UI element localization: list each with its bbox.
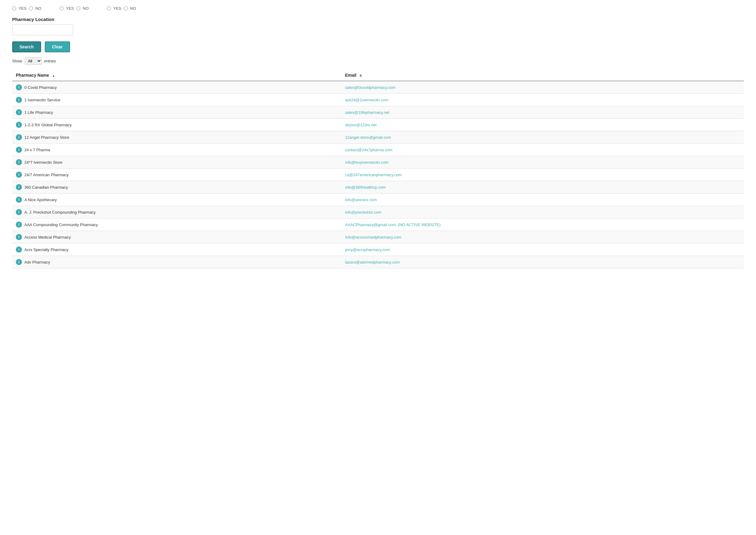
col-header-email[interactable]: Email ⇅ (342, 70, 744, 81)
pharmacy-name-cell: iAcrx Specialty Pharmacy (12, 243, 342, 256)
table-row: i24/7 American Pharmacycs@247americanpha… (12, 169, 744, 181)
pharmacy-table: Pharmacy Name ▲ Email ⇅ i0 Covid Pharmac… (12, 70, 744, 268)
pharmacy-email-cell: contact@24x7pharma.com (342, 144, 744, 156)
pharmacy-email-link[interactable]: info@anicerx.com (345, 198, 377, 202)
radio-yes-3[interactable] (107, 6, 111, 10)
pharmacy-email-cell: sales@0covidpharmacy.com (342, 81, 744, 94)
radio-yes-label-2: YES (66, 6, 74, 11)
pharmacy-name-cell: i1 Life Pharmacy (12, 106, 342, 119)
radio-no-2[interactable] (76, 6, 80, 10)
info-icon[interactable]: i (16, 259, 22, 265)
radio-no-3[interactable] (124, 6, 128, 10)
table-row: i1-2-3 RX Global Pharmacydoctor@123rx.ne… (12, 119, 744, 131)
pharmacy-email-link[interactable]: sales@0covidpharmacy.com (345, 85, 395, 90)
radio-yes-2[interactable] (60, 6, 64, 10)
entries-select[interactable]: All 10 25 50 100 (25, 57, 42, 65)
pharmacy-email-cell: ask24@1ivermectin.com (342, 94, 744, 106)
col-header-name[interactable]: Pharmacy Name ▲ (12, 70, 342, 81)
radio-group-2: YES NO (60, 6, 89, 11)
table-row: iAAA Compounding Community PharmacyAAACP… (12, 218, 744, 231)
radio-yes-label-1: YES (18, 6, 26, 11)
pharmacy-cell: iAccess Medical Pharmacy (16, 234, 338, 240)
pharmacy-cell: i1-2-3 RX Global Pharmacy (16, 122, 338, 128)
search-button[interactable]: Search (12, 42, 41, 52)
pharmacy-name-cell: iA. J. Preckshot Compounding Pharmacy (12, 206, 342, 218)
clear-button[interactable]: Clear (45, 42, 70, 52)
pharmacy-location-label: Pharmacy Location (12, 17, 744, 22)
table-row: i1 Ivermectin Serviceask24@1ivermectin.c… (12, 94, 744, 106)
pharmacy-email-link[interactable]: info@360healthcp.com (345, 185, 386, 190)
pharmacy-cell: i24 x 7 Pharma (16, 147, 338, 153)
table-body: i0 Covid Pharmacysales@0covidpharmacy.co… (12, 81, 744, 268)
pharmacy-name-text: 24*7 Ivermectin Store (24, 160, 62, 165)
pharmacy-name-text: AAA Compounding Community Pharmacy (24, 222, 98, 227)
radio-group-3: YES NO (107, 6, 136, 11)
table-header-row: Pharmacy Name ▲ Email ⇅ (12, 70, 744, 81)
table-row: i24 x 7 Pharmacontact@24x7pharma.com (12, 144, 744, 156)
pharmacy-name-cell: iA Nice Apothecary (12, 194, 342, 206)
table-row: i12 Angel Pharmacy Store12angel.store@gm… (12, 131, 744, 144)
info-icon[interactable]: i (16, 122, 22, 128)
info-icon[interactable]: i (16, 222, 22, 228)
sort-email-icon: ⇅ (359, 74, 362, 77)
pharmacy-name-text: 1 Ivermectin Service (24, 98, 60, 102)
pharmacy-email-link[interactable]: info@buyivermectin.com (345, 160, 389, 165)
pharmacy-name-text: 24/7 American Pharmacy (24, 173, 69, 177)
show-entries-row: Show All 10 25 50 100 entries (12, 57, 744, 65)
info-icon[interactable]: i (16, 134, 22, 140)
pharmacy-email-cell: lazaro@advmedpharmacy.com (342, 256, 744, 268)
info-icon[interactable]: i (16, 234, 22, 240)
info-icon[interactable]: i (16, 246, 22, 253)
info-icon[interactable]: i (16, 197, 22, 203)
info-icon[interactable]: i (16, 159, 22, 165)
pharmacy-email-link[interactable]: cs@247americanpharmacy.com (345, 173, 402, 177)
col-email-label: Email (345, 73, 356, 78)
info-icon[interactable]: i (16, 109, 22, 115)
pharmacy-email-link[interactable]: info@preckshot.com (345, 210, 381, 214)
pharmacy-name-cell: iAAA Compounding Community Pharmacy (12, 218, 342, 231)
pharmacy-name-cell: iAdv Pharmacy (12, 256, 342, 268)
pharmacy-email-cell: AAACPharmacy@gmail.com, (NO ACTIVE WEBSI… (342, 218, 744, 231)
pharmacy-name-text: 0 Covid Pharmacy (24, 85, 57, 90)
table-row: iAcrx Specialty Pharmacyjerry@acrxpharma… (12, 243, 744, 256)
radio-no-label-1: NO (35, 6, 42, 11)
pharmacy-name-text: 12 Angel Pharmacy Store (24, 135, 69, 140)
entries-label: entries (44, 59, 56, 63)
pharmacy-location-input[interactable] (12, 24, 73, 35)
pharmacy-name-cell: i12 Angel Pharmacy Store (12, 131, 342, 144)
pharmacy-name-text: 1 Life Pharmacy (24, 110, 53, 115)
pharmacy-cell: iAAA Compounding Community Pharmacy (16, 222, 338, 228)
pharmacy-email-link[interactable]: 12angel.store@gmail.com (345, 135, 391, 140)
table-row: i1 Life Pharmacysales@1lifepharmacy.net (12, 106, 744, 119)
pharmacy-cell: iAcrx Specialty Pharmacy (16, 246, 338, 253)
info-icon[interactable]: i (16, 172, 22, 178)
table-row: iAccess Medical PharmacyInfo@accessmedph… (12, 231, 744, 243)
pharmacy-email-link[interactable]: doctor@123rx.net (345, 123, 377, 127)
info-icon[interactable]: i (16, 209, 22, 215)
info-icon[interactable]: i (16, 147, 22, 153)
pharmacy-email-cell: jerry@acrxpharmacy.com (342, 243, 744, 256)
pharmacy-email-link[interactable]: ask24@1ivermectin.com (345, 98, 389, 102)
table-row: i360 Canadian Pharmacyinfo@360healthcp.c… (12, 181, 744, 194)
info-icon[interactable]: i (16, 184, 22, 190)
info-icon[interactable]: i (16, 97, 22, 103)
pharmacy-name-text: 24 x 7 Pharma (24, 148, 50, 152)
pharmacy-cell: i360 Canadian Pharmacy (16, 184, 338, 190)
pharmacy-email-link[interactable]: contact@24x7pharma.com (345, 148, 393, 152)
pharmacy-name-text: A Nice Apothecary (24, 198, 57, 202)
pharmacy-name-cell: i0 Covid Pharmacy (12, 81, 342, 94)
info-icon[interactable]: i (16, 84, 22, 90)
radio-no-1[interactable] (29, 6, 33, 10)
pharmacy-email-link[interactable]: AAACPharmacy@gmail.com, (NO ACTIVE WEBSI… (345, 222, 441, 227)
pharmacy-email-cell: info@buyivermectin.com (342, 156, 744, 169)
radio-yes-1[interactable] (12, 6, 16, 10)
pharmacy-email-cell: Info@accessmedpharmacy.com (342, 231, 744, 243)
pharmacy-email-link[interactable]: jerry@acrxpharmacy.com (345, 247, 390, 252)
pharmacy-name-text: A. J. Preckshot Compounding Pharmacy (24, 210, 96, 214)
pharmacy-cell: iA. J. Preckshot Compounding Pharmacy (16, 209, 338, 215)
pharmacy-email-link[interactable]: lazaro@advmedpharmacy.com (345, 260, 400, 265)
table-row: iA. J. Preckshot Compounding Pharmacyinf… (12, 206, 744, 218)
pharmacy-email-link[interactable]: Info@accessmedpharmacy.com (345, 235, 402, 239)
table-row: iAdv Pharmacylazaro@advmedpharmacy.com (12, 256, 744, 268)
pharmacy-email-link[interactable]: sales@1lifepharmacy.net (345, 110, 389, 115)
